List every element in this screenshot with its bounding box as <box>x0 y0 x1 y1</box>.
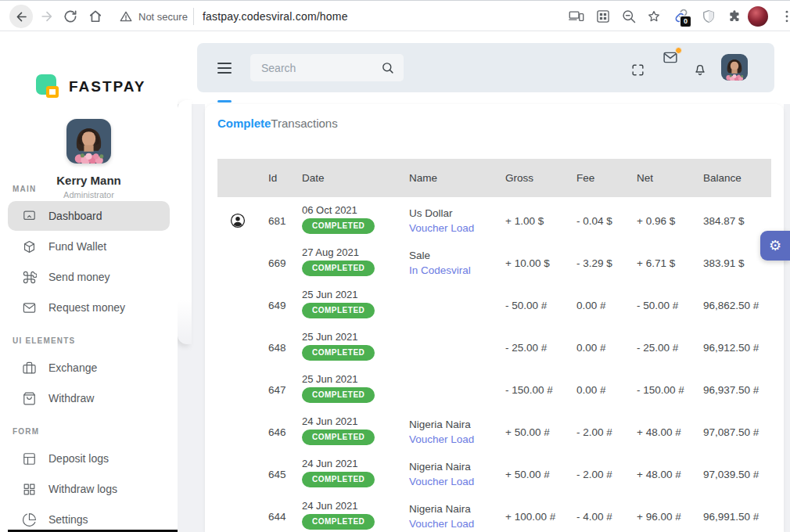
sidebar-item-dashboard[interactable]: Dashboard <box>8 201 170 231</box>
cell-date: 24 Jun 2021COMPLETED <box>292 453 399 495</box>
sidebar-item-send-money[interactable]: Send money <box>8 262 170 292</box>
cell-balance: 96,862.50 # <box>693 284 771 326</box>
row-avatar-cell <box>217 242 258 284</box>
cell-date: 27 Aug 2021COMPLETED <box>292 242 399 284</box>
cell-id: 644 <box>258 495 292 532</box>
extension-badge: 0 <box>680 16 691 27</box>
fullscreen-icon[interactable] <box>630 63 645 77</box>
sidebar-item-label: Deposit logs <box>48 452 109 465</box>
browser-menu-kebab-icon[interactable] <box>779 9 790 24</box>
column-header-id: Id <box>258 172 292 184</box>
status-badge: COMPLETED <box>302 387 375 403</box>
cell-id: 647 <box>258 368 292 411</box>
cube-icon <box>22 239 37 254</box>
table-row[interactable]: 64925 Jun 2021COMPLETED- 50.00 #0.00 #- … <box>217 284 771 326</box>
messages-mail-icon[interactable] <box>661 49 680 66</box>
main-content: CompleteTransactions IdDateNameGrossFeeN… <box>178 31 790 532</box>
extensions-puzzle-icon[interactable] <box>727 9 742 24</box>
notifications-bell-icon[interactable] <box>692 61 708 78</box>
name-link[interactable]: Voucher Load <box>409 474 495 489</box>
devices-icon[interactable] <box>569 9 584 24</box>
nav-section-label-ui-elements: UI ELEMENTS <box>13 336 178 345</box>
cell-net: + 48.00 # <box>627 453 693 495</box>
sidebar-item-deposit-logs[interactable]: Deposit logs <box>8 444 170 473</box>
name-link[interactable]: Voucher Load <box>409 432 495 447</box>
search-icon[interactable] <box>381 61 394 74</box>
column-header-name: Name <box>399 172 495 184</box>
cell-balance: 96,937.50 # <box>693 368 771 411</box>
active-tab-indicator <box>217 100 232 102</box>
table-row[interactable]: 64825 Jun 2021COMPLETED- 25.00 #0.00 #- … <box>217 326 771 368</box>
background-band-right <box>784 104 790 532</box>
brand[interactable]: FASTPAY <box>36 74 145 99</box>
sidebar-item-withdraw[interactable]: Withdraw <box>8 383 170 413</box>
zoom-out-icon[interactable] <box>621 9 637 24</box>
cell-id: 669 <box>258 242 292 284</box>
back-icon[interactable] <box>9 5 33 28</box>
sidebar-item-label: Withdraw logs <box>48 483 117 495</box>
sidebar-item-settings[interactable]: Settings <box>8 505 170 532</box>
security-label[interactable]: Not secure <box>138 11 188 23</box>
cell-id: 645 <box>258 453 292 495</box>
user-avatar[interactable] <box>66 119 111 164</box>
cell-gross: - 150.00 # <box>495 368 566 411</box>
table-row[interactable]: 64624 Jun 2021COMPLETEDNigeria NairaVouc… <box>217 411 771 453</box>
command-icon <box>22 270 37 285</box>
cell-fee: - 3.29 $ <box>566 242 627 284</box>
sidebar-item-request-money[interactable]: Request money <box>8 293 170 322</box>
transactions-table: IdDateNameGrossFeeNetBalance 68106 Oct 2… <box>217 159 771 532</box>
reload-icon[interactable] <box>63 9 78 24</box>
row-avatar-cell <box>217 284 258 326</box>
address-url[interactable]: fastpay.codesviral.com/home <box>203 10 348 23</box>
cell-balance: 97,039.50 # <box>693 453 771 495</box>
cell-balance: 96,991.50 # <box>693 495 771 532</box>
not-secure-warning-icon[interactable] <box>119 9 133 23</box>
sidebar-item-fund-wallet[interactable]: Fund Wallet <box>8 232 170 261</box>
cell-net: - 50.00 # <box>627 284 693 326</box>
cell-net: + 96.00 # <box>627 495 693 532</box>
cell-gross: - 25.00 # <box>495 326 566 368</box>
browser-profile-avatar[interactable] <box>748 6 768 27</box>
cell-balance: 383.91 $ <box>693 242 771 284</box>
address-divider <box>193 8 194 25</box>
table-row[interactable]: 64524 Jun 2021COMPLETEDNigeria NairaVouc… <box>217 453 771 495</box>
cell-name: Nigeria NairaVoucher Load <box>399 495 495 532</box>
table-row[interactable]: 68106 Oct 2021COMPLETEDUs DollarVoucher … <box>217 200 771 242</box>
status-badge: COMPLETED <box>302 430 375 445</box>
home-icon[interactable] <box>88 9 103 24</box>
cell-name <box>399 284 495 326</box>
shield-icon[interactable] <box>701 9 716 24</box>
sidebar-item-withdraw-logs[interactable]: Withdraw logs <box>8 474 170 504</box>
name-link[interactable]: In Codesviral <box>409 263 495 278</box>
person-icon <box>229 212 246 229</box>
table-row[interactable]: 64725 Jun 2021COMPLETED- 150.00 #0.00 #-… <box>217 368 771 411</box>
cell-fee: - 2.00 # <box>566 411 627 453</box>
name-link[interactable]: Voucher Load <box>409 516 495 531</box>
table-row[interactable]: 64424 Jun 2021COMPLETEDNigeria NairaVouc… <box>217 495 771 532</box>
hamburger-menu-icon[interactable] <box>217 63 232 77</box>
cell-gross: + 10.00 $ <box>495 242 566 284</box>
customizer-gear-button[interactable]: ⚙ <box>760 231 790 261</box>
gear-icon: ⚙ <box>769 237 781 254</box>
cell-gross: + 50.00 # <box>495 411 566 453</box>
cell-name <box>399 368 495 411</box>
bookmark-star-icon[interactable] <box>646 9 662 24</box>
cell-gross: - 50.00 # <box>495 284 566 326</box>
topbar-user-avatar[interactable] <box>721 54 748 81</box>
cell-date: 25 Jun 2021COMPLETED <box>292 326 399 368</box>
forward-icon[interactable] <box>39 9 55 24</box>
table-body: 68106 Oct 2021COMPLETEDUs DollarVoucher … <box>217 200 771 532</box>
shopping-bag-icon <box>22 391 37 406</box>
table-row[interactable]: 66927 Aug 2021COMPLETEDSaleIn Codesviral… <box>217 242 771 284</box>
tab-grid-icon[interactable] <box>595 9 611 24</box>
status-badge: COMPLETED <box>302 261 375 276</box>
cell-date: 06 Oct 2021COMPLETED <box>292 200 399 242</box>
cell-name: Us DollarVoucher Load <box>399 200 495 242</box>
cell-name: Nigeria NairaVoucher Load <box>399 453 495 495</box>
row-avatar-cell <box>217 200 258 242</box>
sidebar-item-exchange[interactable]: Exchange <box>8 353 170 383</box>
row-avatar-cell <box>217 368 258 411</box>
name-link[interactable]: Voucher Load <box>409 221 495 235</box>
status-badge: COMPLETED <box>302 514 375 530</box>
searchbox <box>250 54 404 81</box>
